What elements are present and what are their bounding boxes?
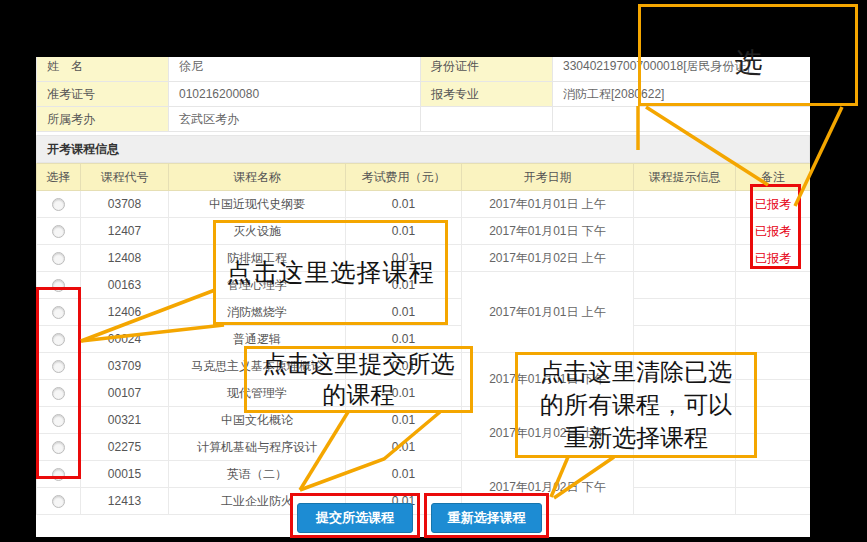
course-code: 00024 (81, 326, 169, 353)
column-header: 课程名称 (169, 164, 346, 191)
course-date: 2017年01月01日 上午 (462, 272, 634, 353)
course-code: 03708 (81, 191, 169, 218)
office-value: 玄武区考办 (169, 107, 421, 132)
course-name: 英语（二） (169, 461, 346, 488)
course-fee: 0.01 (346, 191, 462, 218)
course-code: 12413 (81, 488, 169, 515)
course-radio-button[interactable] (52, 252, 65, 265)
course-hint (634, 218, 736, 245)
name-value: 徐尼 (169, 57, 421, 82)
course-hint (634, 461, 736, 488)
course-date: 2017年01月01日 上午 (462, 191, 634, 218)
section-title: 开考课程信息 (36, 135, 810, 163)
course-table: 选择课程代号课程名称考试费用（元）开考日期课程提示信息备注 03708中国近现代… (36, 163, 810, 515)
exam-no-value: 010216200080 (169, 82, 421, 107)
callout-select-course: 点击这里选择课程 (213, 220, 448, 325)
course-code: 03709 (81, 353, 169, 380)
highlight-box-reset-button (424, 493, 549, 538)
column-header: 考试费用（元） (346, 164, 462, 191)
course-select-cell (37, 191, 81, 218)
course-hint (634, 245, 736, 272)
course-hint (634, 272, 736, 299)
course-code: 00321 (81, 407, 169, 434)
column-header: 课程代号 (81, 164, 169, 191)
course-select-cell (37, 245, 81, 272)
course-radio-button[interactable] (52, 198, 65, 211)
course-remark (736, 488, 811, 515)
highlight-box-submit-button (290, 493, 420, 538)
course-code: 12407 (81, 218, 169, 245)
course-code: 02275 (81, 434, 169, 461)
course-date: 2017年01月01日 下午 (462, 218, 634, 245)
major-label: 报考专业 (421, 82, 553, 107)
course-remark (736, 326, 811, 353)
highlight-box-remark-column (750, 184, 801, 269)
office-label: 所属考办 (37, 107, 169, 132)
course-hint (634, 191, 736, 218)
callout-top-right-visible-text: 选 (735, 44, 763, 82)
course-row: 03708中国近现代史纲要0.012017年01月01日 上午已报考 (37, 191, 811, 218)
column-header: 课程提示信息 (634, 164, 736, 191)
course-code: 00107 (81, 380, 169, 407)
course-remark (736, 461, 811, 488)
course-code: 00163 (81, 272, 169, 299)
column-header: 选择 (37, 164, 81, 191)
name-label: 姓 名 (37, 57, 169, 82)
course-radio-button[interactable] (52, 495, 65, 508)
course-row: 00015英语（二）0.012017年01月02日 下午 (37, 461, 811, 488)
course-select-cell (37, 488, 81, 515)
callout-submit-course: 点击这里提交所选 的课程 (244, 346, 473, 413)
exam-no-label: 准考证号 (37, 82, 169, 107)
column-header: 开考日期 (462, 164, 634, 191)
empty-cell (553, 107, 811, 132)
course-name: 中国近现代史纲要 (169, 191, 346, 218)
course-hint (634, 326, 736, 353)
course-fee: 0.01 (346, 461, 462, 488)
course-select-cell (37, 218, 81, 245)
course-table-header-row: 选择课程代号课程名称考试费用（元）开考日期课程提示信息备注 (37, 164, 811, 191)
id-card-label: 身份证件 (421, 57, 553, 82)
course-hint (634, 488, 736, 515)
course-code: 12406 (81, 299, 169, 326)
course-code: 12408 (81, 245, 169, 272)
empty-cell (421, 107, 553, 132)
course-fee: 0.01 (346, 434, 462, 461)
callout-clear-course: 点击这里清除已选 的所有课程，可以 重新选择课程 (515, 352, 757, 458)
course-hint (634, 299, 736, 326)
course-name: 计算机基础与程序设计 (169, 434, 346, 461)
course-code: 00015 (81, 461, 169, 488)
course-date: 2017年01月02日 上午 (462, 245, 634, 272)
course-remark (736, 272, 811, 299)
info-row-office: 所属考办 玄武区考办 (37, 107, 811, 132)
course-radio-button[interactable] (52, 225, 65, 238)
course-remark (736, 299, 811, 326)
highlight-box-radio-column (36, 287, 81, 479)
